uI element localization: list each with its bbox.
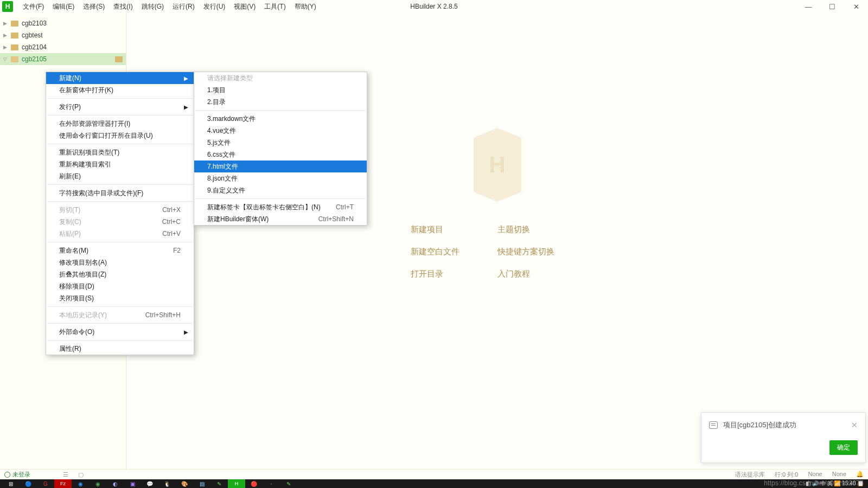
menu-file[interactable]: 文件(F): [18, 1, 48, 13]
ctx-item[interactable]: 刷新(E): [46, 170, 194, 182]
submenu-item[interactable]: 7.html文件: [194, 160, 367, 172]
chevron-right-icon: ▶: [3, 33, 9, 38]
menu-view[interactable]: 视图(V): [229, 1, 260, 13]
menu-edit[interactable]: 编辑(E): [48, 1, 79, 13]
context-menu: 新建(N)▶在新窗体中打开(K)发行(P)▶在外部资源管理器打开(I)使用命令行…: [46, 72, 194, 355]
folder-icon: [115, 56, 123, 62]
menu-goto[interactable]: 跳转(G): [137, 1, 168, 13]
syntax-lib[interactable]: 语法提示库: [735, 471, 765, 479]
ctx-item[interactable]: 使用命令行窗口打开所在目录(U): [46, 130, 194, 142]
ctx-item[interactable]: 本地历史记录(Y)Ctrl+Shift+H: [46, 309, 194, 321]
chrome-icon[interactable]: 🔵: [20, 479, 37, 488]
app-icon-12[interactable]: ✎: [210, 479, 228, 488]
list-icon[interactable]: ☰: [63, 471, 68, 478]
lang-mode[interactable]: None: [832, 471, 846, 479]
ctx-item[interactable]: 移除项目(D): [46, 280, 194, 292]
welcome-tutorial[interactable]: 入门教程: [497, 269, 584, 279]
chevron-down-icon: ▽: [3, 56, 9, 62]
terminal-icon[interactable]: ▢: [78, 471, 84, 478]
app-icon-11[interactable]: ▤: [193, 479, 210, 488]
tree-label: cgb2105: [22, 55, 47, 63]
watermark: https://blog.csdn.net/u012932876: [764, 479, 864, 487]
submenu-item[interactable]: 1.项目: [194, 84, 367, 96]
windows-taskbar: ⊞ 🔵 G Fz ◉ ◉ ◐ ▣ 💬 🐧 🎨 ▤ ✎ H 🔴 · ✎ ◧ 🔊 中…: [0, 479, 868, 488]
submenu-item[interactable]: 新建标签卡【双击标签卡右侧空白】(N)Ctrl+T: [194, 201, 367, 213]
menu-run[interactable]: 运行(R): [168, 1, 199, 13]
ctx-item[interactable]: 折叠其他项目(Z): [46, 268, 194, 280]
filezilla-icon[interactable]: Fz: [54, 479, 72, 488]
ctx-item[interactable]: 重命名(M)F2: [46, 245, 194, 256]
submenu-item[interactable]: 5.js文件: [194, 137, 367, 149]
app-icon-4[interactable]: ◉: [72, 479, 89, 488]
bell-icon[interactable]: 🔔: [856, 471, 864, 479]
notification-toast: 项目[cgb2105]创建成功 ✕ 确定: [701, 412, 866, 463]
submenu-item[interactable]: 9.自定义文件: [194, 184, 367, 196]
welcome-new-project[interactable]: 新建项目: [411, 224, 497, 235]
ctx-item[interactable]: 重新构建项目索引: [46, 158, 194, 170]
app-icon-10[interactable]: 🎨: [176, 479, 193, 488]
app-icon-5[interactable]: ◉: [89, 479, 106, 488]
ctx-item[interactable]: 剪切(T)Ctrl+X: [46, 204, 194, 216]
hbuilder-taskbar-icon[interactable]: H: [228, 479, 245, 488]
encoding[interactable]: None: [808, 471, 822, 479]
chevron-right-icon: ▶: [184, 329, 188, 335]
chevron-right-icon: ▶: [3, 21, 9, 26]
menu-publish[interactable]: 发行(U): [199, 1, 230, 13]
ctx-item[interactable]: 发行(P)▶: [46, 101, 194, 113]
toast-ok-button[interactable]: 确定: [829, 440, 858, 455]
window-minimize[interactable]: —: [796, 0, 820, 13]
ctx-item[interactable]: 在新窗体中打开(K): [46, 84, 194, 96]
ctx-item[interactable]: 关闭项目(S): [46, 292, 194, 304]
menu-tools[interactable]: 工具(T): [260, 1, 290, 13]
menu-select[interactable]: 选择(S): [79, 1, 109, 13]
ctx-item[interactable]: 字符搜索(选中目录或文件)(F): [46, 187, 194, 199]
folder-open-icon: [11, 56, 18, 62]
ctx-item[interactable]: 重新识别项目类型(T): [46, 146, 194, 158]
app-icon-7[interactable]: ▣: [124, 479, 141, 488]
ctx-item[interactable]: 修改项目别名(A): [46, 256, 194, 268]
ctx-item[interactable]: 新建(N)▶: [46, 72, 194, 84]
submenu-item[interactable]: 8.json文件: [194, 172, 367, 184]
submenu-item[interactable]: 2.目录: [194, 96, 367, 108]
window-maximize[interactable]: ☐: [820, 0, 844, 13]
tree-item-cgb2104[interactable]: ▶ cgb2104: [0, 41, 126, 53]
welcome-screen: H 新建项目 主题切换 新建空白文件 快捷键方案切换 打开目录 入门教程: [411, 138, 584, 279]
app-icon-15[interactable]: ·: [263, 479, 280, 488]
eclipse-icon[interactable]: ◐: [106, 479, 124, 488]
ctx-item[interactable]: 外部命令(O)▶: [46, 326, 194, 338]
ctx-item[interactable]: 粘贴(P)Ctrl+V: [46, 228, 194, 240]
submenu-item: 请选择新建类型: [194, 72, 367, 84]
app-title: HBuilder X 2.8.5: [410, 3, 457, 10]
ctx-item[interactable]: 属性(R): [46, 343, 194, 355]
welcome-open-dir[interactable]: 打开目录: [411, 269, 497, 279]
submenu-item[interactable]: 3.markdown文件: [194, 113, 367, 125]
message-icon: [709, 421, 718, 429]
welcome-new-blank[interactable]: 新建空白文件: [411, 247, 497, 257]
cursor-pos: 行:0 列:0: [775, 471, 798, 479]
hbuilder-logo: H: [474, 138, 521, 192]
welcome-shortcuts[interactable]: 快捷键方案切换: [497, 247, 584, 257]
app-icon-2[interactable]: G: [37, 479, 54, 488]
login-status[interactable]: 未登录: [4, 471, 30, 479]
tree-item-cgbtest[interactable]: ▶ cgbtest: [0, 29, 126, 41]
tree-item-cgb2103[interactable]: ▶ cgb2103: [0, 17, 126, 29]
submenu-item[interactable]: 4.vue文件: [194, 125, 367, 137]
close-icon[interactable]: ✕: [851, 421, 858, 429]
submenu-item[interactable]: 6.css文件: [194, 149, 367, 160]
start-icon[interactable]: ⊞: [2, 479, 20, 488]
tree-item-cgb2105[interactable]: ▽ cgb2105: [0, 53, 126, 65]
submenu-item[interactable]: 新建HBuilder窗体(W)Ctrl+Shift+N: [194, 213, 367, 225]
user-circle-icon: [4, 472, 10, 478]
folder-icon: [11, 33, 18, 38]
menu-find[interactable]: 查找(I): [109, 1, 137, 13]
tree-label: cgbtest: [22, 31, 43, 39]
app-icon-16[interactable]: ✎: [280, 479, 297, 488]
welcome-theme[interactable]: 主题切换: [497, 224, 584, 235]
app-icon-9[interactable]: 🐧: [158, 479, 176, 488]
wechat-icon[interactable]: 💬: [141, 479, 158, 488]
menu-help[interactable]: 帮助(Y): [290, 1, 321, 13]
ctx-item[interactable]: 复制(C)Ctrl+C: [46, 216, 194, 228]
ctx-item[interactable]: 在外部资源管理器打开(I): [46, 118, 194, 130]
window-close[interactable]: ✕: [844, 0, 868, 13]
app-icon-14[interactable]: 🔴: [245, 479, 263, 488]
